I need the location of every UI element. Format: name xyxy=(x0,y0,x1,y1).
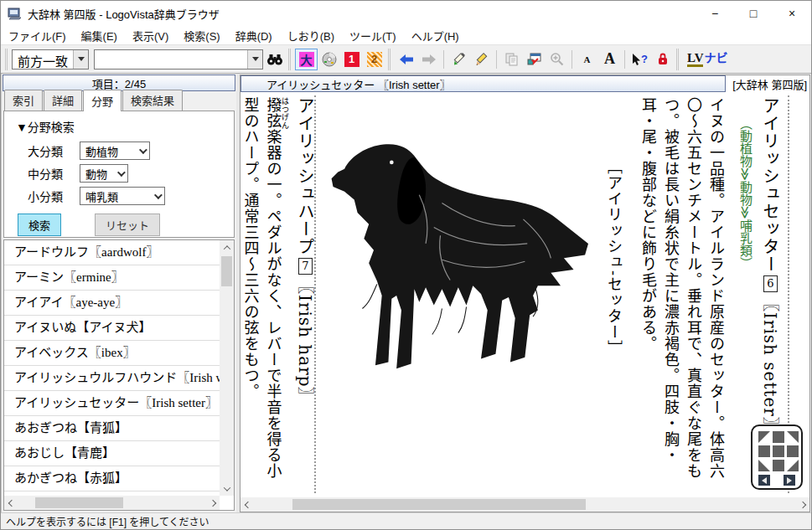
menu-dictionary[interactable]: 辞典(D) xyxy=(228,26,280,44)
window-jump-button[interactable] xyxy=(523,49,546,70)
list-item[interactable]: アードウルフ〖aardwolf〗 xyxy=(4,240,220,265)
toolbar-separator xyxy=(496,50,497,69)
menu-tools[interactable]: ツール(T) xyxy=(342,26,404,44)
disc-button[interactable] xyxy=(318,49,340,70)
accent-number: 7 xyxy=(298,258,313,275)
minor-category-select[interactable]: 哺乳類 xyxy=(80,187,165,205)
result-window-2-button[interactable]: 2 xyxy=(363,49,385,70)
field-reset-button[interactable]: リセット xyxy=(95,214,160,236)
nav-top-right-icon[interactable] xyxy=(787,431,799,443)
major-category-select[interactable]: 動植物 xyxy=(80,142,150,160)
scroll-right-button[interactable] xyxy=(795,497,809,512)
list-item[interactable]: アイヌいぬ【アイヌ犬】 xyxy=(4,316,220,341)
list-item[interactable]: アーミン〖ermine〗 xyxy=(4,265,220,291)
entry-canvas[interactable]: アイリッシュセッター6〖Irish setter〗 （動植物≫動物≫哺乳類） イ… xyxy=(240,92,809,512)
marker-button[interactable] xyxy=(447,49,470,70)
scroll-left-button[interactable] xyxy=(240,497,255,512)
scroll-left-button[interactable] xyxy=(4,496,18,510)
nav-bottom-right-icon[interactable] xyxy=(787,460,799,471)
lock-button[interactable] xyxy=(651,49,674,70)
nav-left-icon[interactable] xyxy=(758,445,770,457)
accent-number: 6 xyxy=(763,275,778,292)
status-text: ヘルプを表示するには [F1] を押してください xyxy=(6,514,209,528)
result-window-1-button[interactable]: 1 xyxy=(340,49,363,70)
scroll-right-button[interactable] xyxy=(205,496,220,510)
scroll-down-button[interactable] xyxy=(220,481,234,496)
tab-index[interactable]: 索引 xyxy=(4,90,43,111)
list-item[interactable]: アイベックス〖ibex〗 xyxy=(4,341,220,366)
search-mode-dropdown-button[interactable] xyxy=(73,50,88,69)
list-item[interactable]: アイリッシュセッター〖Irish setter〗 xyxy=(4,391,220,416)
nav-top-icon[interactable] xyxy=(773,431,784,443)
menu-help[interactable]: ヘルプ(H) xyxy=(404,26,467,44)
copy-button[interactable] xyxy=(500,49,523,70)
nav-next-entry-button[interactable] xyxy=(784,475,795,486)
search-mode-combobox[interactable]: 前方一致 xyxy=(12,49,89,69)
nav-bottom-left-icon[interactable] xyxy=(758,460,770,471)
list-horizontal-scrollbar[interactable] xyxy=(4,496,220,510)
nav-right-icon[interactable] xyxy=(787,445,799,457)
context-help-button[interactable]: ? xyxy=(628,49,651,70)
nav-center-icon[interactable] xyxy=(773,445,784,457)
zoom-button[interactable] xyxy=(546,49,568,70)
field-search-title[interactable]: ▼分野検索 xyxy=(16,118,234,135)
content-horizontal-scrollbar[interactable] xyxy=(240,497,809,512)
minimize-button[interactable]: − xyxy=(696,1,734,26)
scroll-up-button[interactable] xyxy=(220,240,234,255)
field-search-button[interactable]: 検索 xyxy=(18,214,61,236)
list-item[interactable]: アイアイ〖aye-aye〗 xyxy=(4,291,220,316)
navigation-pad[interactable] xyxy=(751,425,803,490)
navigation-grid[interactable] xyxy=(758,431,795,471)
list-vertical-scrollbar[interactable] xyxy=(220,240,234,496)
menu-view[interactable]: 表示(V) xyxy=(125,26,176,44)
menu-edit[interactable]: 編集(E) xyxy=(74,26,125,44)
toolbar-grip[interactable] xyxy=(388,49,389,70)
scrollbar-thumb[interactable] xyxy=(221,256,232,286)
scrollbar-thumb[interactable] xyxy=(35,497,123,508)
headword-kana: アイリッシュハープ xyxy=(295,97,315,255)
minor-category-value: 哺乳類 xyxy=(85,188,118,204)
list-item[interactable]: あかぎつね【赤狐】 xyxy=(4,466,220,491)
font-smaller-button[interactable]: A xyxy=(576,49,598,70)
chevron-down-icon xyxy=(78,57,85,61)
chevron-right-icon xyxy=(209,499,215,506)
nav-top-left-icon[interactable] xyxy=(758,431,770,443)
minor-category-label: 小分類 xyxy=(28,188,80,204)
chevron-down-icon xyxy=(154,191,163,199)
close-button[interactable]: × xyxy=(773,1,811,26)
panel-tabs: 索引 詳細 分野 検索結果 xyxy=(2,91,236,111)
lv-logo: LV xyxy=(687,52,703,68)
scrollbar-thumb[interactable] xyxy=(292,499,586,510)
nav-prev-entry-button[interactable] xyxy=(758,475,770,486)
ruby-annotation: 撥弦はつげん xyxy=(265,97,282,129)
menu-file[interactable]: ファイル(F) xyxy=(1,26,74,44)
forward-button[interactable] xyxy=(417,49,440,70)
tab-field[interactable]: 分野 xyxy=(83,90,122,111)
list-item[interactable]: あおじし【青鹿】 xyxy=(4,441,220,466)
back-button[interactable] xyxy=(395,49,417,70)
middle-category-select[interactable]: 動物 xyxy=(80,164,128,183)
entry-title-bar: アイリッシュセッター 〖Irish setter〗 xyxy=(240,75,726,92)
toolbar-grip[interactable] xyxy=(5,49,6,70)
list-item[interactable]: アイリッシュウルフハウンド〖Irish wolfhound〗 xyxy=(4,366,220,391)
entry-content-pane: アイリッシュセッター 〖Irish setter〗 [大辞林 第四版] アイリッ… xyxy=(240,75,810,512)
toolbar-grip[interactable] xyxy=(288,49,289,70)
search-combobox[interactable] xyxy=(94,49,263,69)
tab-search-results[interactable]: 検索結果 xyxy=(122,90,183,111)
lv-navi-button[interactable]: LV ナビ xyxy=(683,49,732,70)
pencil-button[interactable] xyxy=(470,49,493,70)
menu-bookmark[interactable]: しおり(B) xyxy=(280,26,342,44)
maximize-button[interactable]: □ xyxy=(734,1,773,26)
search-dropdown-button[interactable] xyxy=(247,50,262,69)
tab-details[interactable]: 詳細 xyxy=(44,90,82,111)
middle-category-label: 中分類 xyxy=(28,165,80,182)
find-button[interactable] xyxy=(263,49,286,70)
dictionary-select-button[interactable]: 大 xyxy=(295,49,318,70)
search-input[interactable] xyxy=(95,50,247,69)
list-item[interactable]: あおぎつね【青狐】 xyxy=(4,416,220,441)
toolbar-grip[interactable] xyxy=(676,49,677,70)
font-larger-button[interactable]: A xyxy=(598,49,621,70)
font-large-icon: A xyxy=(604,50,615,68)
menu-search[interactable]: 検索(S) xyxy=(176,26,227,44)
nav-bottom-icon[interactable] xyxy=(773,460,784,471)
